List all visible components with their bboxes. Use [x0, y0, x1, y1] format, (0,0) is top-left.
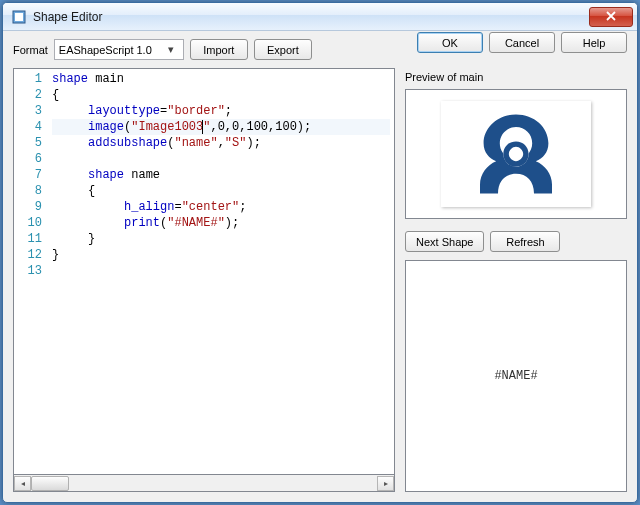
scroll-left-icon[interactable]: ◂	[14, 476, 31, 491]
shape-editor-window: Shape Editor Format EAShapeScript 1.0 ▾ …	[2, 2, 638, 503]
ok-button[interactable]: OK	[417, 32, 483, 53]
format-label: Format	[13, 44, 48, 56]
cancel-button[interactable]: Cancel	[489, 32, 555, 53]
editor-pane: 12345678910111213 shape main{ layouttype…	[13, 68, 395, 492]
scroll-thumb[interactable]	[31, 476, 69, 491]
scroll-track[interactable]	[31, 476, 377, 491]
preview-box	[405, 89, 627, 219]
main-area: 12345678910111213 shape main{ layouttype…	[13, 68, 627, 492]
help-button[interactable]: Help	[561, 32, 627, 53]
preview-image	[441, 101, 591, 207]
format-combo-value: EAShapeScript 1.0	[59, 44, 152, 56]
export-button[interactable]: Export	[254, 39, 312, 60]
client-area: Format EAShapeScript 1.0 ▾ Import Export…	[3, 31, 637, 502]
next-shape-button[interactable]: Next Shape	[405, 231, 484, 252]
name-placeholder: #NAME#	[494, 369, 537, 383]
preview-button-row: Next Shape Refresh	[405, 231, 627, 252]
svg-rect-1	[15, 13, 23, 21]
close-button[interactable]	[589, 7, 633, 27]
code-editor[interactable]: 12345678910111213 shape main{ layouttype…	[13, 68, 395, 475]
code-area[interactable]: shape main{ layouttype="border"; image("…	[48, 69, 394, 474]
close-icon	[606, 11, 616, 23]
horizontal-scrollbar[interactable]: ◂ ▸	[13, 475, 395, 492]
right-pane: OK Cancel Help Preview of main	[405, 68, 627, 492]
window-title: Shape Editor	[33, 10, 589, 24]
preview-label: Preview of main	[405, 71, 627, 83]
titlebar[interactable]: Shape Editor	[3, 3, 637, 31]
import-button[interactable]: Import	[190, 39, 248, 60]
refresh-button[interactable]: Refresh	[490, 231, 560, 252]
format-combo[interactable]: EAShapeScript 1.0 ▾	[54, 39, 184, 60]
logo-icon	[461, 109, 571, 199]
name-preview-box: #NAME#	[405, 260, 627, 492]
app-icon	[11, 9, 27, 25]
chevron-down-icon: ▾	[164, 41, 179, 58]
dialog-button-row: OK Cancel Help	[405, 32, 627, 53]
line-number-gutter: 12345678910111213	[14, 69, 48, 474]
scroll-right-icon[interactable]: ▸	[377, 476, 394, 491]
